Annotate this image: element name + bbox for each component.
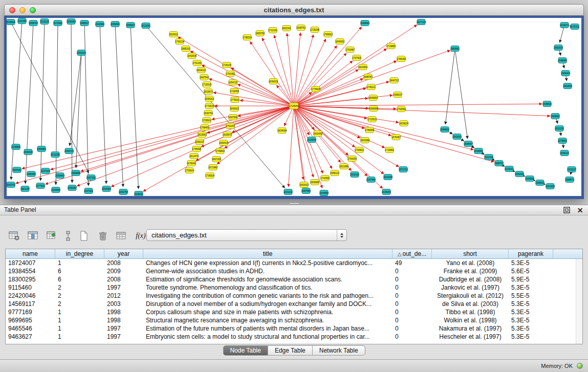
graph-node[interactable]: 1977630 [36,183,45,189]
graph-node[interactable]: 1950896 [71,170,80,176]
graph-node[interactable]: 2060798 [119,189,128,195]
graph-node[interactable]: 2063763 [7,182,15,188]
graph-node[interactable]: 2072660 [53,20,62,26]
graph-node[interactable]: 1786955 [365,127,374,133]
graph-node[interactable]: 2066729 [64,148,74,154]
graph-node[interactable]: 1953862 [37,146,46,152]
table-row[interactable]: 1938455462009Genome-wide association stu… [6,267,582,275]
graph-node[interactable]: 1906403 [561,71,570,76]
graph-node[interactable]: 1804215 [197,68,206,73]
graph-node[interactable]: 1992536 [554,45,563,51]
graph-node[interactable]: 1514545 [307,137,316,143]
tab-edge-table[interactable]: Edge Table [268,346,313,355]
column-header-pagerank[interactable]: pagerank [509,249,553,258]
graph-node[interactable]: 2042960 [95,21,104,27]
graph-node[interactable]: 1736524 [205,173,214,179]
graph-node[interactable]: 1726105 [222,62,231,68]
table-row[interactable]: 1872400712008Changes of HCN gene express… [6,259,582,267]
graph-node[interactable]: 1666088 [369,106,378,112]
graph-node[interactable]: 1927128 [417,19,426,25]
graph-node[interactable]: 2096428 [24,149,33,155]
graph-node[interactable]: 2010295 [51,152,60,158]
close-panel-icon[interactable]: ✕ [576,206,584,214]
graph-node[interactable]: 1830764 [204,111,213,116]
graph-node[interactable]: 2084600 [440,127,449,133]
graph-node[interactable]: 1718396 [230,89,239,94]
graph-node[interactable]: 1688787 [363,74,373,80]
graph-node[interactable]: 2093463 [55,173,64,179]
graph-node[interactable]: 1912334 [484,155,493,160]
graph-node[interactable]: 1719856 [386,43,396,49]
graph-node[interactable]: 1802341 [282,26,291,31]
delete-table-icon[interactable] [96,229,110,243]
tab-network-table[interactable]: Network Table [313,346,365,355]
graph-node[interactable]: 1745221 [366,84,376,90]
graph-node[interactable]: 1733891 [385,147,394,153]
import-table-icon[interactable] [115,229,129,243]
float-panel-icon[interactable] [563,206,571,214]
column-header-name[interactable]: name [6,249,55,258]
graph-node[interactable]: 1749802 [215,148,225,154]
graph-node[interactable]: 1823561 [198,132,207,138]
graph-node[interactable]: 1812476 [189,154,199,159]
graph-node[interactable]: 2045926 [7,19,15,25]
graph-node[interactable]: 1703487 [345,47,355,53]
graph-node[interactable]: 1685122 [330,170,339,176]
table-row[interactable]: 946362711997Embryonic stem cells: a mode… [6,333,582,341]
table-mode-icon[interactable] [7,229,21,243]
graph-node[interactable]: 1936102 [560,150,569,156]
graph-node[interactable]: 1947931 [84,188,93,194]
graph-node[interactable]: 1724040 [289,103,298,109]
graph-node[interactable]: 1712191 [268,28,277,33]
graph-node[interactable]: 2099394 [111,21,120,27]
graph-node[interactable]: 1830029 [269,79,278,84]
graph-node[interactable]: 1775031 [230,97,239,103]
graph-node[interactable]: 1942033 [452,134,462,140]
graph-node[interactable]: 1663423 [299,182,309,188]
graph-node[interactable]: 1722521 [367,117,377,122]
graph-node[interactable]: 1965802 [551,114,560,119]
vertical-scrollbar[interactable] [576,259,582,344]
graph-node[interactable]: 1654720 [228,80,237,85]
graph-node[interactable]: 1697508 [228,115,237,120]
graph-node[interactable]: 1819024 [399,121,408,126]
graph-node[interactable]: 2051935 [546,184,555,189]
tab-node-table[interactable]: Node Table [223,346,268,355]
graph-node[interactable]: 1806989 [310,180,319,185]
new-table-icon[interactable] [77,229,91,243]
graph-node[interactable]: 1918231 [134,191,143,196]
graph-node[interactable]: 1732018 [202,82,211,87]
graph-node[interactable]: 1825970 [223,132,232,138]
graph-node[interactable]: 2039995 [11,144,20,150]
graph-node[interactable]: 2019270 [560,23,569,28]
graph-node[interactable]: 1683415 [219,140,228,146]
graph-node[interactable]: 1691492 [313,131,322,137]
graph-node[interactable]: 1642008 [187,53,197,59]
graph-node[interactable]: 1789620 [323,32,333,37]
graph-node[interactable]: 2057866 [366,177,376,183]
graph-node[interactable]: 1842615 [230,106,239,112]
graph-node[interactable]: 1768450 [200,125,209,130]
graph-node[interactable]: 1751330 [192,60,202,66]
graph-node[interactable]: 1678340 [187,161,196,166]
network-graph[interactable]: 1724040182061117601241885202164200817513… [7,18,581,196]
graph-node[interactable]: 2048969 [558,58,567,63]
graph-node[interactable]: 2004364 [102,186,111,192]
column-header-year[interactable]: year [104,249,143,258]
graph-node[interactable]: 1784290 [397,56,406,62]
graph-node[interactable]: 1762590 [397,106,406,112]
graph-node[interactable]: 1956827 [126,23,135,28]
graph-node[interactable]: 1815672 [204,89,213,95]
column-header-title[interactable]: title [143,249,393,258]
graph-node[interactable]: 2007330 [86,175,96,181]
graph-node[interactable]: 1855758 [255,31,265,36]
graph-node[interactable]: 1671980 [208,165,217,170]
graph-node[interactable]: 1705912 [202,118,211,123]
graph-node[interactable]: 1998467 [464,141,473,147]
column-header-in-degree[interactable]: in_degree [55,249,104,258]
graph-node[interactable]: 1687542 [200,75,209,80]
graph-node[interactable]: 1980596 [27,171,36,177]
graph-node[interactable]: 1983561 [450,46,460,52]
table-selector-dropdown[interactable]: citations_edges.txt [146,229,347,241]
graph-node[interactable]: 1933137 [567,167,576,172]
